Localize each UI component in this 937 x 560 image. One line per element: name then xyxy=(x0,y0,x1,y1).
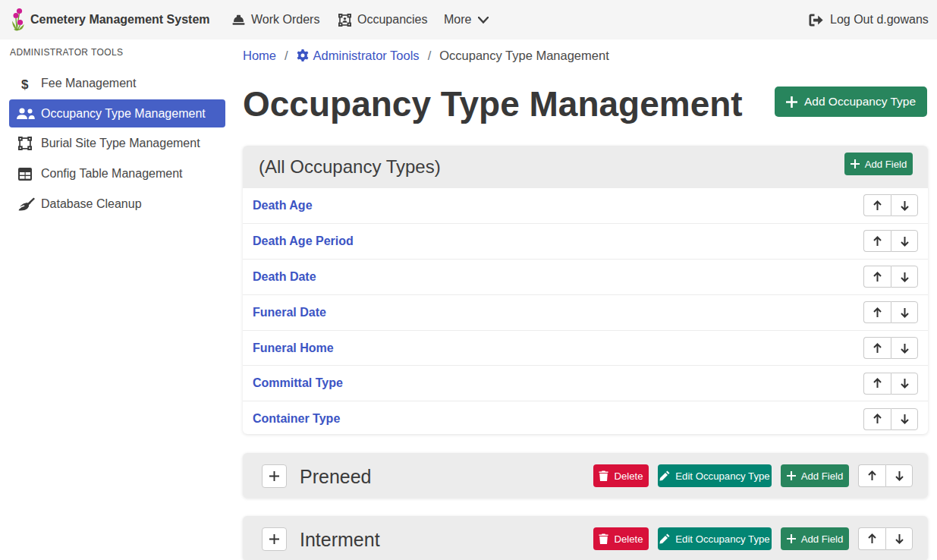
svg-text:$: $ xyxy=(21,77,29,90)
